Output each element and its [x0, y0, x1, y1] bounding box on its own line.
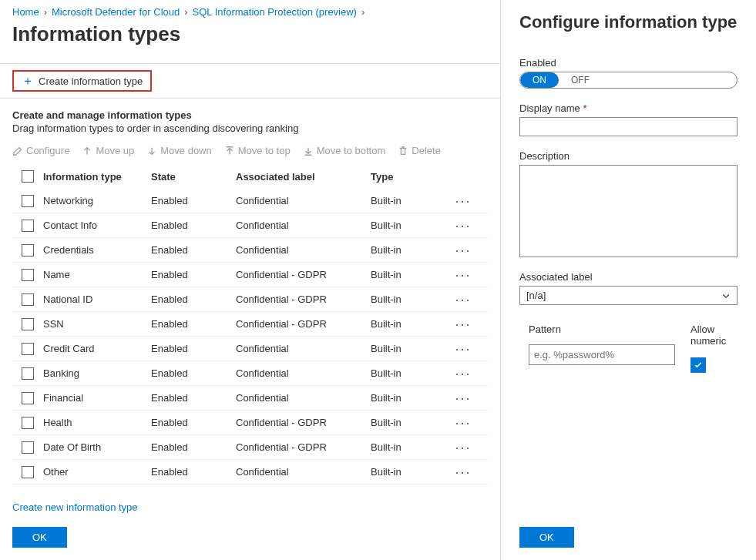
cell-label: Confidential [236, 195, 371, 206]
table-row[interactable]: Contact InfoEnabledConfidentialBuilt-in·… [12, 213, 488, 238]
enabled-toggle[interactable]: ON OFF [519, 72, 738, 89]
toggle-off[interactable]: OFF [559, 72, 602, 88]
row-more-button[interactable]: ··· [448, 293, 479, 307]
associated-label-select[interactable]: [n/a] [519, 286, 738, 305]
table-row[interactable]: BankingEnabledConfidentialBuilt-in··· [12, 361, 488, 386]
move-up-button[interactable]: Move up [82, 145, 134, 156]
move-bottom-label: Move to bottom [317, 145, 386, 156]
configure-panel: Configure information type Enabled ON OF… [501, 0, 756, 560]
panel-ok-button[interactable]: OK [519, 527, 574, 548]
col-state[interactable]: State [151, 171, 236, 183]
cell-state: Enabled [151, 392, 236, 404]
description-label: Description [519, 150, 738, 162]
row-checkbox[interactable] [22, 367, 34, 380]
pattern-input[interactable] [529, 344, 675, 365]
chevron-right-icon: › [44, 6, 47, 18]
configure-label: Configure [26, 145, 69, 156]
row-more-button[interactable]: ··· [448, 367, 479, 381]
cell-name: SSN [43, 318, 151, 330]
row-more-button[interactable]: ··· [448, 243, 479, 257]
row-checkbox[interactable] [22, 343, 34, 355]
information-types-table: Information type State Associated label … [12, 164, 488, 495]
row-checkbox[interactable] [22, 244, 34, 257]
table-row[interactable]: OtherEnabledConfidentialBuilt-in··· [12, 460, 488, 485]
allow-numeric-label: Allow numeric [690, 324, 738, 347]
move-down-button[interactable]: Move down [146, 145, 211, 156]
table-row[interactable]: SSNEnabledConfidential - GDPRBuilt-in··· [12, 312, 488, 337]
row-more-button[interactable]: ··· [448, 391, 479, 405]
create-new-link[interactable]: Create new information type [12, 501, 488, 513]
row-checkbox[interactable] [22, 417, 34, 429]
col-associated-label[interactable]: Associated label [236, 171, 371, 183]
row-checkbox[interactable] [22, 318, 34, 330]
table-row[interactable]: National IDEnabledConfidential - GDPRBui… [12, 287, 488, 312]
breadcrumb-home[interactable]: Home [12, 6, 39, 18]
cell-label: Confidential - GDPR [236, 269, 371, 280]
delete-label: Delete [412, 145, 441, 156]
ok-button[interactable]: OK [12, 527, 67, 548]
plus-icon: ＋ [22, 75, 34, 87]
cell-name: Networking [43, 195, 151, 206]
row-checkbox[interactable] [22, 466, 34, 478]
table-row[interactable]: FinancialEnabledConfidentialBuilt-in··· [12, 386, 488, 411]
cell-name: National ID [43, 293, 151, 305]
table-row[interactable]: Date Of BirthEnabledConfidential - GDPRB… [12, 435, 488, 460]
row-more-button[interactable]: ··· [448, 194, 479, 208]
cell-name: Financial [43, 392, 151, 404]
row-more-button[interactable]: ··· [448, 342, 479, 356]
table-row[interactable]: CredentialsEnabledConfidentialBuilt-in··… [12, 238, 488, 263]
row-more-button[interactable]: ··· [448, 219, 479, 233]
row-checkbox[interactable] [22, 195, 34, 207]
move-top-button[interactable]: Move to top [224, 145, 291, 156]
cell-name: Date Of Birth [43, 441, 151, 453]
select-all-checkbox[interactable] [22, 170, 34, 183]
delete-button[interactable]: Delete [398, 145, 441, 156]
col-type[interactable]: Type [371, 171, 448, 183]
row-more-button[interactable]: ··· [448, 268, 479, 282]
table-row[interactable]: Credit CardEnabledConfidentialBuilt-in··… [12, 337, 488, 361]
arrow-up-icon [82, 146, 92, 156]
breadcrumb-defender[interactable]: Microsoft Defender for Cloud [52, 6, 180, 18]
col-information-type[interactable]: Information type [43, 171, 151, 183]
display-name-input[interactable] [519, 117, 738, 136]
table-row[interactable]: NetworkingEnabledConfidentialBuilt-in··· [12, 189, 488, 213]
cell-label: Confidential [236, 392, 371, 404]
row-checkbox[interactable] [22, 220, 34, 232]
chevron-down-icon [721, 291, 731, 300]
row-more-button[interactable]: ··· [448, 465, 479, 479]
configure-button[interactable]: Configure [12, 145, 69, 156]
cell-state: Enabled [151, 293, 236, 305]
move-top-label: Move to top [238, 145, 291, 156]
breadcrumb-sql-ip[interactable]: SQL Information Protection (preview) [193, 6, 357, 18]
create-information-type-button[interactable]: ＋ Create information type [12, 70, 152, 92]
cell-name: Credentials [43, 244, 151, 256]
allow-numeric-checkbox[interactable] [690, 357, 706, 373]
row-more-button[interactable]: ··· [448, 317, 479, 331]
row-checkbox[interactable] [22, 441, 34, 454]
row-more-button[interactable]: ··· [448, 441, 479, 454]
check-icon [694, 360, 703, 370]
move-down-label: Move down [160, 145, 211, 156]
table-row[interactable]: NameEnabledConfidential - GDPRBuilt-in··… [12, 263, 488, 287]
cell-state: Enabled [151, 318, 236, 330]
cell-name: Banking [43, 367, 151, 379]
panel-title: Configure information type [519, 12, 738, 32]
chevron-right-icon: › [361, 6, 365, 18]
row-checkbox[interactable] [22, 392, 34, 404]
row-more-button[interactable]: ··· [448, 416, 479, 430]
arrow-bottom-icon [303, 146, 314, 156]
row-checkbox[interactable] [22, 269, 34, 281]
table-row[interactable]: HealthEnabledConfidential - GDPRBuilt-in… [12, 411, 488, 435]
cell-label: Confidential [236, 466, 371, 478]
section-description: Drag information types to order in ascen… [12, 122, 488, 134]
row-checkbox[interactable] [22, 293, 34, 306]
cell-name: Credit Card [43, 343, 151, 354]
description-textarea[interactable] [519, 165, 738, 257]
cell-label: Confidential [236, 343, 371, 354]
table-toolbar: Configure Move up Move down Move to top … [12, 145, 488, 156]
toggle-on[interactable]: ON [520, 72, 559, 88]
pattern-label: Pattern [529, 324, 675, 335]
cell-state: Enabled [151, 367, 236, 379]
move-bottom-button[interactable]: Move to bottom [303, 145, 386, 156]
associated-label-label: Associated label [519, 271, 738, 283]
